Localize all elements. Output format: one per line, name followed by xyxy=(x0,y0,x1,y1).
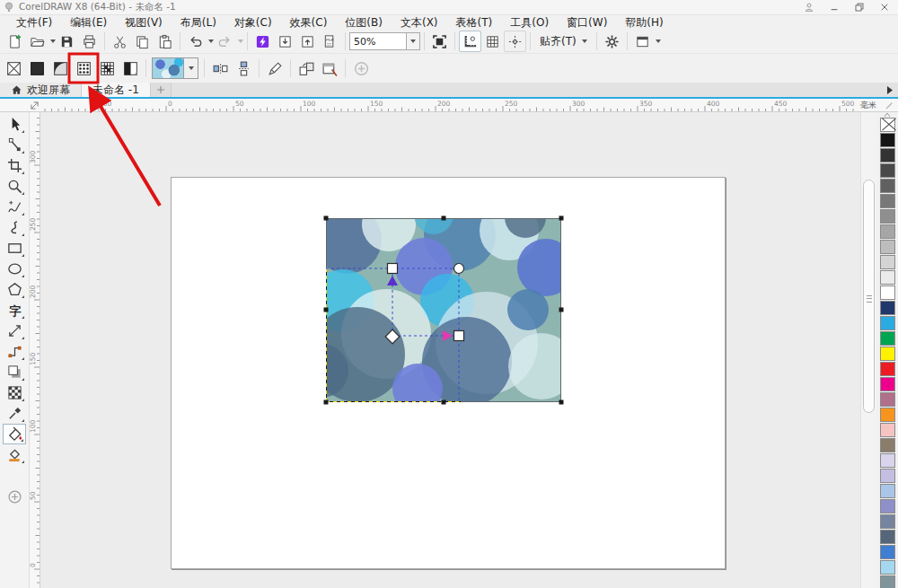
swatch-4a4a4a[interactable] xyxy=(880,163,895,178)
mirror-horizontal-button[interactable] xyxy=(208,57,232,80)
mirror-vertical-button[interactable] xyxy=(232,57,255,80)
tab-welcome[interactable]: 欢迎屏幕 xyxy=(0,83,82,97)
fill-bitmap-pattern-button[interactable] xyxy=(95,57,119,80)
selection-handle[interactable] xyxy=(324,308,329,312)
menu-item-1[interactable]: 文件(F) xyxy=(7,15,61,30)
menu-item-8[interactable]: 文本(X) xyxy=(392,15,447,30)
crop-tool[interactable] xyxy=(3,155,26,176)
swatch-b06f8a[interactable] xyxy=(880,392,895,407)
swatch-2aabe2[interactable] xyxy=(880,316,895,330)
swatch-c4bfe2[interactable] xyxy=(880,469,895,483)
swatch-d9d4ec[interactable] xyxy=(880,453,895,468)
options-button[interactable] xyxy=(601,31,623,52)
selection-handle[interactable] xyxy=(559,216,564,221)
horizontal-ruler[interactable]: -50050100150200250300350400450500 xyxy=(40,99,855,111)
snap-to-button[interactable]: 贴齐(T) xyxy=(534,31,593,52)
add-fill-button[interactable] xyxy=(349,57,373,80)
swatch-ebebeb[interactable] xyxy=(880,270,895,285)
swatch-616161[interactable] xyxy=(880,179,895,193)
redo-button[interactable] xyxy=(214,31,236,52)
tab-scroll-right[interactable] xyxy=(882,83,898,97)
selection-handle[interactable] xyxy=(324,400,329,405)
swatch-f6c3c3[interactable] xyxy=(880,423,895,437)
vertical-scrollbar[interactable] xyxy=(860,112,876,588)
swatch-7f959b[interactable] xyxy=(880,575,895,588)
swatch-d4d4d4[interactable] xyxy=(880,255,895,269)
connector-tool[interactable] xyxy=(3,341,26,362)
zoom-level-dropdown[interactable] xyxy=(407,32,420,50)
redo-dropdown[interactable] xyxy=(238,39,243,43)
connect-button[interactable] xyxy=(251,31,274,52)
menu-item-11[interactable]: 窗口(W) xyxy=(558,15,616,30)
fill-two-color-pattern-button[interactable] xyxy=(119,57,142,80)
fill-picker-dropdown[interactable] xyxy=(184,57,198,79)
swatch-00a551[interactable] xyxy=(880,331,895,346)
fill-uniform-button[interactable] xyxy=(25,57,48,80)
polygon-tool[interactable] xyxy=(3,279,26,300)
export-button[interactable] xyxy=(296,31,319,52)
parallel-dimension-tool[interactable] xyxy=(3,320,26,341)
selection-handle[interactable] xyxy=(559,308,564,312)
fill-picker[interactable] xyxy=(152,57,198,79)
save-button[interactable] xyxy=(56,31,78,52)
window-layout-dropdown[interactable] xyxy=(656,39,661,43)
customize-tool[interactable] xyxy=(3,487,26,507)
account-button[interactable] xyxy=(797,1,821,14)
interactive-fill-tool[interactable] xyxy=(3,424,26,444)
text-tool[interactable]: 字 xyxy=(3,300,26,320)
swatch-151515[interactable] xyxy=(880,133,895,147)
shape-tool[interactable] xyxy=(3,135,26,155)
tab-document[interactable]: 未命名 -1 xyxy=(82,83,151,97)
zoom-level-combo[interactable]: 50% xyxy=(349,32,407,50)
edit-fill-button[interactable] xyxy=(263,57,286,80)
selection-handle[interactable] xyxy=(559,400,564,405)
drop-shadow-tool[interactable] xyxy=(3,362,26,382)
swatch-75849f[interactable] xyxy=(880,514,895,529)
menu-item-4[interactable]: 布局(L) xyxy=(172,15,225,30)
swatch-3f7ed1[interactable] xyxy=(880,545,895,559)
pattern-filled-object[interactable] xyxy=(321,213,567,408)
copy-fill-button[interactable] xyxy=(295,57,318,80)
swatch-a5d8f0[interactable] xyxy=(880,560,895,575)
undo-button[interactable] xyxy=(184,31,207,52)
swatch-333333[interactable] xyxy=(880,148,895,162)
swatch-55657a[interactable] xyxy=(880,530,895,544)
close-button[interactable] xyxy=(873,1,896,14)
vertical-ruler[interactable]: 300250200150100500 xyxy=(30,112,40,588)
smart-fill-tool[interactable] xyxy=(3,444,26,465)
print-button[interactable] xyxy=(78,31,101,52)
transparency-tool[interactable] xyxy=(3,382,26,403)
drawing-canvas[interactable] xyxy=(40,112,860,588)
vertical-scrollbar-thumb[interactable] xyxy=(863,180,875,413)
show-rulers-button[interactable] xyxy=(459,31,481,52)
selection-handle[interactable] xyxy=(324,216,329,221)
color-eyedropper-tool[interactable] xyxy=(3,403,26,424)
fill-none-button[interactable] xyxy=(2,57,25,80)
pattern-handle-rotate-circle[interactable] xyxy=(454,264,464,274)
open-button[interactable] xyxy=(26,31,48,52)
menu-item-9[interactable]: 表格(T) xyxy=(447,15,502,30)
menu-item-12[interactable]: 帮助(H) xyxy=(616,15,672,30)
fill-vector-pattern-button[interactable] xyxy=(72,57,95,80)
swatch-20386b[interactable] xyxy=(880,301,895,315)
fullscreen-preview-button[interactable] xyxy=(428,31,451,52)
window-layout-button[interactable] xyxy=(631,31,654,52)
import-button[interactable] xyxy=(274,31,296,52)
swatch-f7941d[interactable] xyxy=(880,408,895,422)
swatch-fff200[interactable] xyxy=(880,347,895,361)
swatch-ffffff[interactable] xyxy=(880,285,895,300)
menu-item-3[interactable]: 视图(V) xyxy=(116,15,172,30)
pattern-handle-right-square[interactable] xyxy=(454,331,464,341)
menu-item-5[interactable]: 对象(C) xyxy=(225,15,281,30)
pick-tool[interactable] xyxy=(3,114,26,135)
swatch-bdbdbd[interactable] xyxy=(880,240,895,254)
rectangle-tool[interactable] xyxy=(3,238,26,259)
restore-button[interactable] xyxy=(848,1,871,14)
ruler-origin[interactable] xyxy=(0,99,40,111)
menu-item-7[interactable]: 位图(B) xyxy=(336,15,392,30)
swatch-8f8fc9[interactable] xyxy=(880,499,895,513)
show-guidelines-button[interactable] xyxy=(504,31,526,52)
new-document-button[interactable] xyxy=(4,31,26,52)
show-grid-button[interactable] xyxy=(481,31,504,52)
zoom-tool[interactable] xyxy=(3,176,26,197)
